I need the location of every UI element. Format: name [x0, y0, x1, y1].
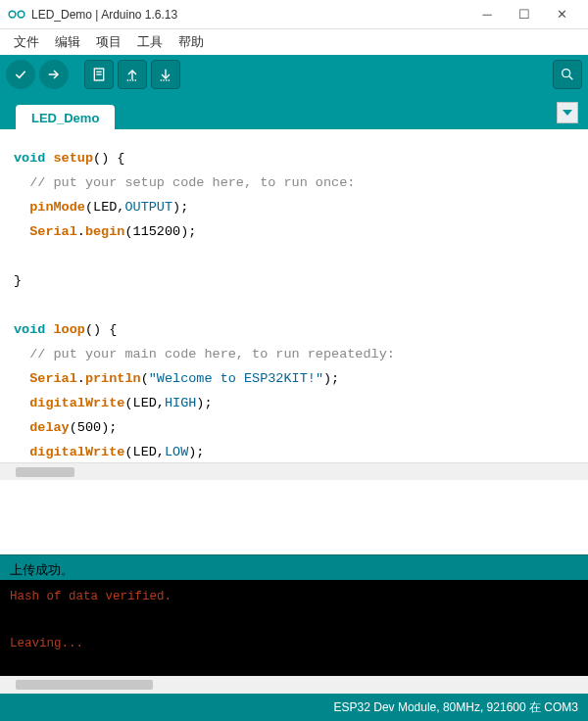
console-line: Leaving... [10, 637, 83, 650]
menubar: 文件 编辑 项目 工具 帮助 [0, 29, 588, 55]
open-sketch-button[interactable] [118, 60, 147, 89]
toolbar [0, 55, 588, 94]
svg-point-10 [563, 70, 570, 77]
console-scrollbar-horizontal[interactable] [0, 676, 588, 694]
titlebar: LED_Demo | Arduino 1.6.13 ─ ☐ ✕ [0, 0, 588, 29]
arrow-right-icon [46, 67, 62, 82]
tab-menu-button[interactable] [557, 102, 578, 123]
console-line: Hash of data verified. [10, 590, 172, 603]
window-title: LED_Demo | Arduino 1.6.13 [31, 8, 468, 22]
svg-line-11 [569, 76, 572, 79]
minimize-button[interactable]: ─ [468, 0, 506, 29]
serial-monitor-button[interactable] [553, 60, 582, 89]
new-sketch-button[interactable] [84, 60, 114, 89]
arrow-up-icon [124, 67, 140, 82]
scrollbar-thumb[interactable] [16, 680, 153, 690]
upload-button[interactable] [39, 60, 69, 89]
check-icon [13, 67, 28, 82]
code-editor[interactable]: void setup() { // put your setup code he… [0, 129, 588, 462]
verify-button[interactable] [6, 60, 35, 89]
maximize-button[interactable]: ☐ [506, 0, 543, 29]
editor-scrollbar-horizontal[interactable] [0, 462, 588, 480]
svg-point-0 [9, 11, 16, 18]
footer-bar: ESP32 Dev Module, 80MHz, 921600 在 COM3 [0, 694, 588, 721]
arrow-down-icon [158, 67, 173, 82]
menu-help[interactable]: 帮助 [171, 31, 212, 53]
output-console[interactable]: Hash of data verified. Leaving... [0, 580, 588, 676]
editor-wrap: void setup() { // put your setup code he… [0, 129, 588, 554]
status-message: 上传成功。 [10, 562, 74, 577]
menu-tools[interactable]: 工具 [129, 31, 171, 53]
chevron-down-icon [563, 108, 572, 118]
menu-sketch[interactable]: 项目 [88, 31, 129, 53]
arduino-logo-icon [8, 6, 25, 24]
svg-point-1 [18, 11, 24, 18]
svg-marker-12 [563, 110, 572, 116]
status-bar: 上传成功。 [0, 554, 588, 580]
file-icon [91, 67, 107, 82]
tab-area: LED_Demo [0, 94, 588, 129]
board-info: ESP32 Dev Module, 80MHz, 921600 在 COM3 [334, 699, 578, 716]
close-button[interactable]: ✕ [543, 0, 580, 29]
scrollbar-thumb[interactable] [16, 467, 74, 477]
save-sketch-button[interactable] [151, 60, 180, 89]
magnifier-icon [560, 67, 575, 82]
tab-sketch[interactable]: LED_Demo [16, 105, 115, 129]
menu-file[interactable]: 文件 [6, 31, 47, 53]
menu-edit[interactable]: 编辑 [47, 31, 88, 53]
